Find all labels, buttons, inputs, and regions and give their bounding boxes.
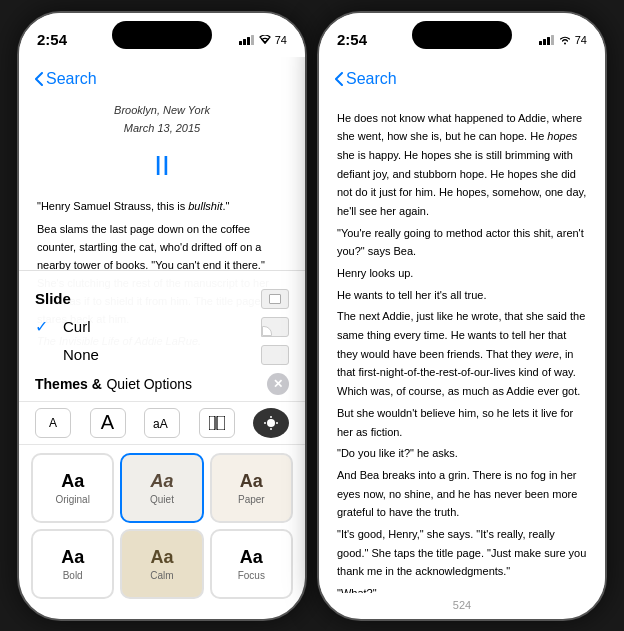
back-button-left[interactable]: Search [35, 70, 97, 88]
curl-checkmark: ✓ [35, 317, 55, 336]
layout-button[interactable] [199, 408, 235, 438]
theme-calm-card[interactable]: Aa Calm [120, 529, 203, 599]
slide-icon [261, 289, 289, 309]
right-phone: 2:54 74 [317, 11, 607, 621]
theme-original-label: Original [55, 494, 89, 505]
font-increase-button[interactable]: A [90, 408, 126, 438]
font-family-button[interactable]: aA [144, 408, 180, 438]
battery-right: 74 [575, 34, 587, 46]
theme-bold-card[interactable]: Aa Bold [31, 529, 114, 599]
svg-rect-12 [539, 41, 542, 45]
font-controls: A A aA [19, 401, 305, 445]
theme-focus-card[interactable]: Aa Focus [210, 529, 293, 599]
svg-rect-0 [239, 41, 242, 45]
none-icon [261, 345, 289, 365]
brightness-button[interactable] [253, 408, 289, 438]
font-family-icon: aA [153, 416, 171, 430]
book-content-right: He does not know what happened to Addie,… [319, 101, 605, 593]
svg-rect-15 [551, 35, 554, 45]
back-label-right: Search [346, 70, 397, 88]
curl-icon [261, 317, 289, 337]
left-phone: 2:54 74 [17, 11, 307, 621]
dynamic-island-left [112, 21, 212, 49]
svg-rect-3 [251, 35, 254, 45]
theme-bold-preview: Aa [61, 547, 84, 568]
time-left: 2:54 [37, 31, 67, 48]
back-chevron-right [335, 72, 343, 86]
svg-rect-5 [209, 416, 215, 430]
book-chapter: II [37, 142, 287, 190]
back-button-right[interactable]: Search [335, 70, 397, 88]
phones-container: 2:54 74 [17, 11, 607, 621]
theme-calm-preview: Aa [150, 547, 173, 568]
close-button[interactable]: ✕ [267, 373, 289, 395]
svg-rect-14 [547, 37, 550, 45]
svg-text:aA: aA [153, 417, 168, 430]
nav-bar-left: Search [19, 57, 305, 101]
svg-rect-13 [543, 39, 546, 45]
themes-subtitle: Quiet Options [106, 376, 192, 392]
signal-icon-right [539, 35, 555, 45]
theme-quiet-preview: Aa [150, 471, 173, 492]
svg-rect-1 [243, 39, 246, 45]
time-right: 2:54 [337, 31, 367, 48]
svg-rect-2 [247, 37, 250, 45]
theme-focus-preview: Aa [240, 547, 263, 568]
page-number: 524 [319, 593, 605, 619]
themes-header: Themes & Quiet Options ✕ [19, 373, 305, 401]
bottom-overlay-left: Slide ✓ Curl [19, 270, 305, 619]
theme-bold-label: Bold [63, 570, 83, 581]
status-icons-right: 74 [539, 34, 587, 46]
battery-left: 74 [275, 34, 287, 46]
wifi-icon-left [259, 35, 271, 45]
book-header: Brooklyn, New York March 13, 2015 II [37, 101, 287, 190]
brightness-icon [264, 416, 278, 430]
svg-point-7 [267, 419, 275, 427]
curl-label: Curl [63, 318, 91, 335]
theme-quiet-label: Quiet [150, 494, 174, 505]
curl-option[interactable]: ✓ Curl [19, 313, 305, 341]
theme-focus-label: Focus [238, 570, 265, 581]
status-icons-left: 74 [239, 34, 287, 46]
none-label: None [63, 346, 99, 363]
none-option[interactable]: ✓ None [19, 341, 305, 373]
signal-icon-left [239, 35, 255, 45]
theme-original-card[interactable]: Aa Original [31, 453, 114, 523]
svg-rect-6 [217, 416, 225, 430]
layout-icon [209, 416, 225, 430]
back-label-left: Search [46, 70, 97, 88]
theme-paper-card[interactable]: Aa Paper [210, 453, 293, 523]
nav-bar-right: Search [319, 57, 605, 101]
theme-original-preview: Aa [61, 471, 84, 492]
themes-title: Themes & [35, 376, 102, 392]
theme-quiet-card[interactable]: Aa Quiet [120, 453, 203, 523]
theme-grid: Aa Original Aa Quiet Aa Paper Aa Bold [19, 453, 305, 599]
font-decrease-button[interactable]: A [35, 408, 71, 438]
dynamic-island-right [412, 21, 512, 49]
svg-point-16 [564, 42, 566, 44]
slide-header: Slide [19, 281, 305, 313]
wifi-icon-right [559, 35, 571, 45]
book-location: Brooklyn, New York March 13, 2015 [37, 101, 287, 138]
back-chevron-left [35, 72, 43, 86]
theme-paper-preview: Aa [240, 471, 263, 492]
theme-calm-label: Calm [150, 570, 173, 581]
theme-paper-label: Paper [238, 494, 265, 505]
